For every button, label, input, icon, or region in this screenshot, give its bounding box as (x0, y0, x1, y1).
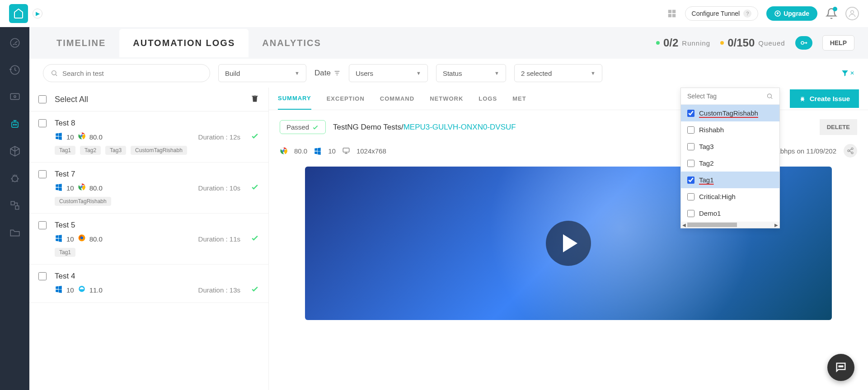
test-list[interactable]: Test 8 10 80.0 Duration : 12s Tag1Tag2Ta… (29, 111, 268, 390)
notifications-icon[interactable] (826, 8, 837, 19)
create-issue-button[interactable]: Create Issue (790, 89, 859, 108)
chevron-down-icon: ▼ (494, 70, 499, 76)
scroll-left-icon[interactable]: ◀ (682, 223, 686, 228)
test-item[interactable]: Test 7 10 80.0 Duration : 10s CustomTagR… (29, 162, 268, 214)
tag-checkbox[interactable] (687, 126, 694, 134)
sidebar-history-icon[interactable] (8, 63, 22, 77)
tag-checkbox[interactable] (687, 110, 694, 117)
tag-search-row (681, 88, 779, 105)
svg-rect-7 (10, 93, 19, 99)
svg-point-5 (851, 10, 854, 14)
select-all-checkbox[interactable] (38, 95, 47, 103)
detail-tab-command[interactable]: COMMAND (380, 88, 414, 109)
tag-checkbox[interactable] (687, 210, 694, 217)
passed-check-icon (250, 182, 259, 193)
tags-dropdown[interactable]: 2 selected ▼ (514, 64, 602, 82)
tag-option-label: Demo1 (699, 209, 721, 217)
test-checkbox[interactable] (38, 170, 47, 178)
play-button[interactable] (546, 221, 591, 266)
access-key-icon[interactable] (795, 36, 812, 50)
date-filter[interactable]: Date (314, 69, 341, 78)
tab-timeline[interactable]: TIMELINE (43, 29, 119, 57)
test-id-link[interactable]: MEPU3-GULVH-ONXN0-DVSUF (404, 123, 516, 131)
breadcrumb: TestNG Demo Tests/MEPU3-GULVH-ONXN0-DVSU… (333, 123, 516, 132)
tag-option-label: Rishabh (699, 126, 724, 134)
test-checkbox[interactable] (38, 221, 47, 229)
sidebar-bug-icon[interactable] (8, 172, 22, 185)
scroll-thumb[interactable] (687, 223, 737, 227)
search-input-wrapper[interactable] (43, 64, 210, 82)
tag-option[interactable]: Tag1 (681, 172, 779, 188)
tag-option-label: Tag2 (699, 159, 714, 167)
test-checkbox[interactable] (38, 272, 47, 280)
tag-option[interactable]: Critical:High (681, 188, 779, 205)
test-item[interactable]: Test 5 10 80.0 Duration : 11s Tag1 (29, 214, 268, 265)
tag-option[interactable]: CustomTagRishabh (681, 105, 779, 121)
tag-checkbox[interactable] (687, 143, 694, 150)
search-icon (766, 93, 773, 100)
tag-scrollbar[interactable]: ◀ ▶ (681, 222, 779, 228)
detail-tab-summary[interactable]: SUMMARY (278, 88, 311, 110)
search-input[interactable] (62, 70, 202, 77)
detail-tab-network[interactable]: NETWORK (430, 88, 463, 109)
users-dropdown[interactable]: Users ▼ (349, 64, 428, 82)
passed-check-icon (250, 233, 259, 244)
tab-analytics[interactable]: ANALYTICS (249, 29, 335, 57)
sidebar-automation-icon[interactable] (8, 117, 22, 131)
tag-search-input[interactable] (687, 93, 766, 100)
share-icon[interactable] (844, 144, 857, 158)
upgrade-button[interactable]: Upgrade (766, 6, 817, 21)
user-avatar-icon[interactable] (845, 7, 859, 20)
delete-button[interactable]: DELETE (820, 119, 857, 135)
sidebar-realtime-icon[interactable] (8, 90, 22, 104)
main-content: TIMELINE AUTOMATION LOGS ANALYTICS 0/2 R… (29, 27, 868, 390)
svg-point-28 (851, 148, 853, 149)
tag-checkbox[interactable] (687, 193, 694, 200)
queued-status: 0/150 Queued (720, 37, 785, 49)
tag-option[interactable]: Tag2 (681, 155, 779, 172)
queued-dot-icon (720, 41, 724, 45)
running-dot-icon (656, 41, 660, 45)
chevron-down-icon: ▼ (416, 70, 421, 76)
help-button[interactable]: HELP (822, 35, 854, 51)
clear-x-icon: ✕ (850, 70, 854, 76)
expand-chevron-icon[interactable]: ▶ (33, 9, 42, 19)
monitor-icon (342, 147, 350, 155)
scroll-right-icon[interactable]: ▶ (774, 223, 778, 228)
tab-row: TIMELINE AUTOMATION LOGS ANALYTICS 0/2 R… (29, 27, 868, 59)
clear-filter-button[interactable]: ✕ (841, 69, 854, 77)
tag-option[interactable]: Demo1 (681, 205, 779, 222)
tag-checkbox[interactable] (687, 176, 694, 184)
sidebar-integrations-icon[interactable] (8, 199, 22, 212)
filter-lines-icon (333, 70, 341, 77)
detail-tab-exception[interactable]: EXCEPTION (327, 88, 365, 109)
status-dropdown[interactable]: Status ▼ (436, 64, 506, 82)
help-badge-icon: ? (743, 9, 751, 18)
configure-tunnel-button[interactable]: Configure Tunnel ? (685, 6, 759, 21)
bug-icon (799, 95, 806, 102)
tag-option[interactable]: Tag3 (681, 138, 779, 155)
build-dropdown[interactable]: Build ▼ (218, 64, 306, 82)
tab-automation-logs[interactable]: AUTOMATION LOGS (119, 29, 249, 57)
detail-tab-logs[interactable]: LOGS (479, 88, 497, 109)
svg-point-30 (851, 152, 853, 154)
tag-row: CustomTagRishabh (55, 197, 259, 206)
test-item[interactable]: Test 8 10 80.0 Duration : 12s Tag1Tag2Ta… (29, 111, 268, 162)
test-item[interactable]: Test 4 10 11.0 Duration : 13s (29, 265, 268, 303)
sidebar-dashboard-icon[interactable] (8, 36, 22, 50)
logo-icon[interactable] (9, 4, 28, 23)
os-version: 10 (66, 286, 74, 294)
passed-check-icon (250, 284, 259, 295)
os-version: 10 (66, 184, 74, 192)
sidebar-box-icon[interactable] (8, 144, 22, 158)
test-checkbox[interactable] (38, 119, 47, 127)
windows-icon (55, 285, 63, 295)
tag-option[interactable]: Rishabh (681, 121, 779, 138)
chat-fab-button[interactable] (827, 354, 854, 381)
tag-checkbox[interactable] (687, 160, 694, 167)
svg-point-33 (840, 366, 841, 367)
detail-tab-metadata[interactable]: MET (512, 88, 526, 109)
delete-icon[interactable] (250, 94, 259, 105)
sidebar-folder-icon[interactable] (8, 226, 22, 239)
apps-grid-icon[interactable] (667, 9, 677, 19)
